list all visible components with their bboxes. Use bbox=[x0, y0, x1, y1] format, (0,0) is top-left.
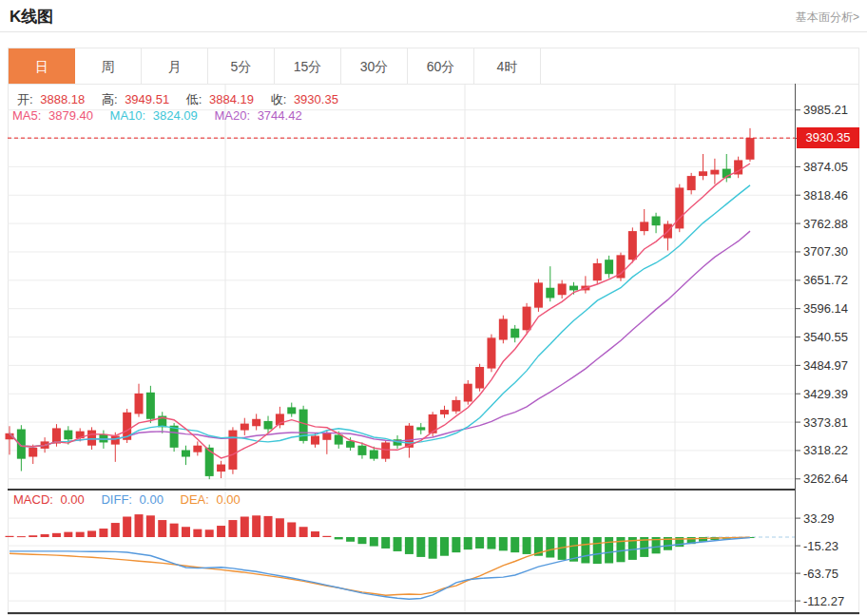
dea-value: 0.00 bbox=[216, 492, 240, 507]
macd-bar bbox=[322, 536, 331, 537]
high-label: 高: bbox=[102, 92, 118, 106]
candle bbox=[228, 431, 237, 470]
candle bbox=[241, 424, 249, 431]
candle bbox=[311, 435, 319, 444]
candle bbox=[605, 260, 613, 274]
ma-legend: MA5: 3879.40 MA10: 3824.09 MA20: 3744.42 bbox=[12, 108, 306, 123]
macd-bar bbox=[311, 531, 319, 537]
candle bbox=[287, 407, 296, 414]
candle bbox=[87, 431, 96, 446]
macd-bar bbox=[252, 515, 260, 537]
macd-bar bbox=[287, 522, 296, 537]
kline-widget: K线图 基本面分析> 日周月5分15分30分60分4时 3985.213874.… bbox=[0, 0, 867, 616]
dea-label: DEA: bbox=[181, 492, 209, 507]
open-label: 开: bbox=[17, 92, 33, 106]
macd-value: 0.00 bbox=[61, 492, 85, 507]
y-axis-label: 3818.46 bbox=[803, 188, 848, 202]
candle bbox=[335, 434, 343, 444]
macd-bar bbox=[381, 537, 390, 549]
y-axis-label: 3874.05 bbox=[803, 160, 848, 174]
macd-bar bbox=[370, 537, 378, 547]
macd-bar bbox=[17, 536, 26, 537]
macd-bar bbox=[205, 529, 214, 537]
candle bbox=[111, 435, 120, 444]
macd-bar bbox=[158, 520, 166, 537]
y-axis-label: 3707.30 bbox=[803, 244, 848, 259]
candle bbox=[99, 434, 107, 443]
candle bbox=[64, 431, 72, 440]
candle bbox=[593, 263, 602, 280]
ma5-label: MA5: bbox=[12, 108, 41, 123]
candle bbox=[264, 421, 273, 430]
macd-bar bbox=[193, 529, 202, 537]
candle bbox=[322, 433, 331, 440]
ma5-line bbox=[10, 164, 750, 458]
macd-bar bbox=[29, 535, 37, 537]
candle bbox=[182, 451, 190, 457]
macd-axis-label: -63.75 bbox=[803, 567, 838, 581]
macd-bar bbox=[217, 526, 225, 537]
candle bbox=[534, 282, 543, 307]
candle bbox=[252, 419, 260, 427]
low-label: 低: bbox=[186, 92, 202, 106]
diff-value: 0.00 bbox=[140, 492, 164, 507]
macd-bar bbox=[241, 516, 249, 537]
candle bbox=[710, 170, 719, 175]
macd-bar bbox=[299, 527, 308, 537]
macd-bar bbox=[346, 537, 355, 542]
macd-bar bbox=[523, 537, 531, 554]
candle bbox=[499, 318, 508, 339]
bottom-border bbox=[8, 612, 859, 614]
y-axis-label: 3484.97 bbox=[803, 358, 848, 373]
high-value: 3949.51 bbox=[125, 92, 169, 106]
diff-label: DIFF: bbox=[101, 492, 132, 507]
ma20-label: MA20: bbox=[214, 108, 250, 123]
panel-separator bbox=[8, 489, 795, 491]
macd-bar bbox=[264, 516, 273, 537]
macd-bar bbox=[581, 537, 589, 563]
candle bbox=[370, 451, 378, 459]
macd-bar bbox=[276, 518, 284, 537]
macd-bar bbox=[440, 537, 449, 556]
macd-bar bbox=[52, 533, 61, 537]
ma20-line bbox=[10, 231, 750, 447]
candle bbox=[652, 217, 661, 226]
candle bbox=[745, 138, 754, 160]
macd-bar bbox=[135, 514, 144, 537]
y-axis-label: 3540.55 bbox=[803, 330, 848, 344]
candle bbox=[146, 393, 155, 419]
macd-bar bbox=[87, 530, 96, 537]
macd-bar bbox=[335, 537, 343, 539]
candle bbox=[135, 394, 144, 414]
candle bbox=[357, 446, 366, 455]
ma10-label: MA10: bbox=[110, 108, 146, 123]
y-axis-label: 3985.21 bbox=[803, 103, 848, 117]
ma10-line bbox=[10, 185, 750, 447]
macd-bar bbox=[475, 537, 484, 549]
macd-bar bbox=[228, 520, 237, 537]
candle bbox=[193, 446, 202, 452]
macd-bar bbox=[123, 516, 131, 537]
candle bbox=[569, 286, 578, 291]
candle bbox=[440, 410, 449, 414]
candle bbox=[699, 171, 707, 176]
open-value: 3888.18 bbox=[40, 92, 85, 106]
candle bbox=[640, 221, 648, 231]
macd-bar bbox=[605, 537, 613, 563]
macd-bar bbox=[76, 532, 85, 537]
macd-label: MACD: bbox=[13, 492, 53, 507]
macd-bar bbox=[416, 537, 425, 557]
macd-bar bbox=[511, 537, 519, 552]
candle bbox=[346, 441, 355, 448]
macd-bar bbox=[429, 537, 437, 559]
low-value: 3884.19 bbox=[209, 92, 254, 106]
ma10-value: 3824.09 bbox=[153, 108, 198, 123]
close-value: 3930.35 bbox=[294, 92, 338, 106]
candle bbox=[487, 337, 495, 368]
macd-bar bbox=[499, 537, 508, 550]
current-price-tag: 3930.35 bbox=[797, 127, 859, 148]
y-axis-label: 3596.14 bbox=[803, 301, 848, 316]
macd-bar bbox=[6, 536, 14, 537]
candle bbox=[381, 442, 390, 458]
close-label: 收: bbox=[271, 92, 287, 106]
